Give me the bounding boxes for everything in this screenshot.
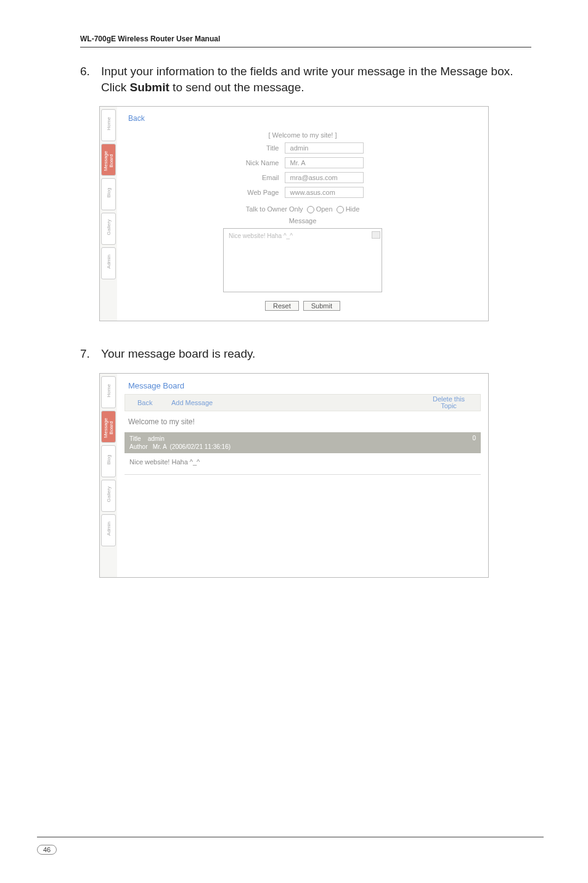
- hdr-title-value: admin: [148, 435, 165, 442]
- step-6: 6. Input your information to the fields …: [80, 64, 531, 95]
- step-6-bold: Submit: [129, 81, 169, 94]
- panel-add-message: Back [ Welcome to my site! ] Title admin…: [117, 107, 488, 321]
- side-tab-label: Blog: [106, 446, 112, 474]
- form-heading: [ Welcome to my site! ]: [125, 131, 481, 139]
- add-message-link[interactable]: Add Message: [171, 399, 213, 406]
- side-tab-label: Admin: [106, 515, 112, 543]
- step-6-number: 6.: [80, 64, 94, 95]
- manual-header: WL-700gE Wireless Router User Manual: [80, 35, 531, 47]
- side-tab-message-board[interactable]: Message Board: [101, 411, 116, 443]
- side-tab-label: Message Board: [103, 147, 114, 175]
- delete-topic-bottom: Topic: [421, 403, 476, 409]
- side-tab-blog[interactable]: Blog: [101, 445, 116, 477]
- hdr-author-value: Mr. A: [153, 443, 166, 450]
- radio-open-label: Open: [316, 205, 333, 213]
- nickname-label: Nick Name: [242, 159, 279, 166]
- side-tab-label: Gallery: [106, 480, 112, 509]
- nickname-field[interactable]: Mr. A: [285, 157, 364, 168]
- welcome-text: Welcome to my site!: [128, 417, 477, 426]
- step-6-after: to send out the message.: [169, 81, 304, 94]
- message-header: Title admin Author Mr. A (2006/02/21 11:…: [125, 432, 481, 453]
- side-tab-label: Message Board: [103, 414, 114, 442]
- back-link[interactable]: Back: [128, 114, 481, 123]
- hdr-title-label: Title: [129, 435, 141, 442]
- side-tab-gallery[interactable]: Gallery: [101, 213, 116, 245]
- footer-rule: [37, 837, 544, 837]
- side-tab-home[interactable]: Home: [101, 376, 116, 408]
- title-label: Title: [242, 144, 279, 152]
- hdr-author-label: Author: [129, 443, 147, 450]
- step-7-number: 7.: [80, 346, 94, 362]
- webpage-label: Web Page: [242, 189, 279, 196]
- side-tab-label: Blog: [106, 179, 112, 207]
- step-7: 7. Your message board is ready.: [80, 346, 531, 362]
- side-tab-label: Gallery: [106, 213, 112, 242]
- side-tab-admin[interactable]: Admin: [101, 514, 116, 546]
- message-textarea[interactable]: Nice website! Haha ^_^: [223, 228, 382, 292]
- back-link[interactable]: Back: [137, 399, 152, 406]
- email-label: Email: [242, 174, 279, 181]
- radio-hide[interactable]: [337, 206, 344, 213]
- side-tab-label: Admin: [106, 248, 112, 276]
- side-tab-home[interactable]: Home: [101, 109, 116, 141]
- webpage-field[interactable]: www.asus.com: [285, 187, 364, 198]
- owner-only-label: Talk to Owner Only: [246, 205, 303, 213]
- radio-hide-label: Hide: [346, 205, 360, 213]
- title-field[interactable]: admin: [285, 142, 364, 154]
- side-tab-admin[interactable]: Admin: [101, 247, 116, 279]
- radio-open[interactable]: [307, 206, 314, 213]
- reset-button[interactable]: Reset: [265, 301, 299, 311]
- message-label: Message: [289, 217, 317, 224]
- page-number: 46: [37, 845, 57, 855]
- side-tab-message-board[interactable]: Message Board: [101, 144, 116, 176]
- side-tabs: Home Message Board Blog Gallery Admin: [100, 374, 117, 577]
- screenshot-message-board: Home Message Board Blog Gallery Admin Me…: [99, 373, 489, 578]
- email-field[interactable]: mra@asus.com: [285, 172, 364, 183]
- side-tab-label: Home: [106, 110, 112, 138]
- screenshot-add-message: Home Message Board Blog Gallery Admin Ba…: [99, 106, 489, 321]
- page-footer: 46: [37, 837, 544, 855]
- side-tabs: Home Message Board Blog Gallery Admin: [100, 107, 117, 321]
- step-7-text: Your message board is ready.: [101, 346, 255, 362]
- step-6-text: Input your information to the fields and…: [101, 64, 531, 95]
- panel-message-board: Message Board Back Add Message Delete th…: [117, 374, 488, 577]
- side-tab-gallery[interactable]: Gallery: [101, 480, 116, 512]
- delete-topic-link[interactable]: Delete this Topic: [421, 396, 480, 409]
- message-board-title: Message Board: [128, 381, 481, 390]
- side-tab-label: Home: [106, 377, 112, 405]
- side-tab-blog[interactable]: Blog: [101, 178, 116, 210]
- divider: [125, 474, 481, 475]
- message-body: Nice website! Haha ^_^: [125, 453, 481, 470]
- hdr-meta: (2006/02/21 11:36:16): [170, 443, 231, 450]
- submit-button[interactable]: Submit: [303, 301, 340, 311]
- toolbar: Back Add Message Delete this Topic: [125, 394, 481, 411]
- hdr-count: 0: [472, 435, 476, 451]
